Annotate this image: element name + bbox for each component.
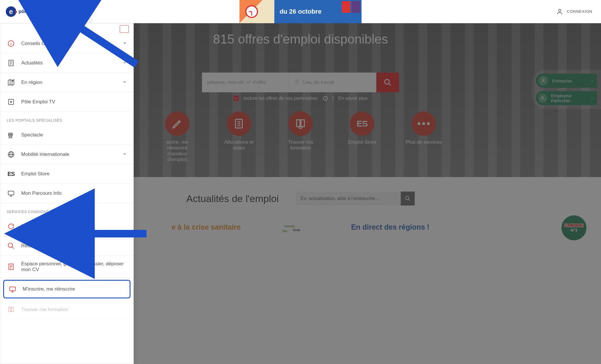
annotation-arrow-menu	[61, 15, 142, 71]
svg-line-39	[12, 247, 14, 249]
annotation-arrow-inscription	[71, 224, 152, 245]
drawer-item-trouver-formation[interactable]: Trouver ma formation	[0, 300, 133, 320]
svg-rect-44	[10, 287, 15, 291]
drawer-item-minscrire[interactable]: M'inscrire, me réinscrire	[3, 280, 130, 298]
drawer-section-services-title: SERVICES CANDIDAT	[0, 203, 133, 217]
info-icon	[7, 39, 15, 48]
drawer-item-spectacle[interactable]: Spectacle	[0, 125, 133, 145]
connexion-label: CONNEXION	[567, 9, 592, 14]
search-icon	[7, 242, 15, 250]
monitor-icon	[7, 189, 15, 198]
map-icon	[7, 78, 15, 87]
document-icon	[7, 59, 15, 67]
play-icon	[7, 98, 15, 106]
menu-drawer: Conseils Candidat Actualités En région P…	[0, 23, 134, 364]
site-logo[interactable]: e pôle emploi	[0, 6, 50, 17]
drawer-item-en-region[interactable]: En région	[0, 73, 133, 92]
document-icon	[7, 262, 15, 271]
drawer-item-espace-personnel[interactable]: Espace personnel, gérer mon dossier, dép…	[0, 256, 133, 278]
logo-text: pôle emploi	[19, 9, 44, 14]
svg-rect-35	[8, 191, 14, 195]
svg-point-38	[8, 243, 12, 247]
drawer-item-pole-emploi-tv[interactable]: Pôle Emploi TV	[0, 92, 133, 112]
drawer-item-mobilite[interactable]: Mobilité internationale	[0, 145, 133, 164]
drawer-section-portails-title: LES PORTAILS SPÉCIALISÉS	[0, 112, 133, 125]
camera-icon	[7, 131, 15, 139]
svg-point-28	[11, 134, 12, 135]
chevron-down-icon	[122, 152, 127, 158]
banner-decoration-right	[341, 0, 362, 23]
drawer-item-emploi-store[interactable]: ES Emploi Store	[0, 164, 133, 184]
menu-label: MENU	[71, 9, 84, 14]
promo-banner[interactable]: du 26 octobre	[239, 0, 362, 23]
svg-marker-25	[10, 101, 12, 103]
es-icon: ES	[7, 170, 15, 178]
chevron-down-icon	[122, 80, 127, 86]
clock-icon	[245, 5, 258, 18]
svg-point-23	[12, 80, 13, 81]
user-icon	[556, 8, 563, 15]
svg-point-2	[559, 9, 561, 12]
globe-icon	[7, 150, 15, 159]
refresh-icon	[7, 222, 15, 231]
login-button[interactable]: CONNEXION	[548, 8, 601, 15]
svg-line-48	[70, 21, 137, 64]
svg-point-27	[9, 134, 10, 135]
monitor-icon	[8, 285, 17, 293]
drawer-item-mon-parcours-info[interactable]: Mon Parcours Info	[0, 184, 133, 203]
logo-mark-icon: e	[6, 6, 16, 17]
close-icon	[59, 8, 66, 15]
book-icon	[7, 305, 15, 314]
banner-text: du 26 octobre	[280, 8, 321, 15]
